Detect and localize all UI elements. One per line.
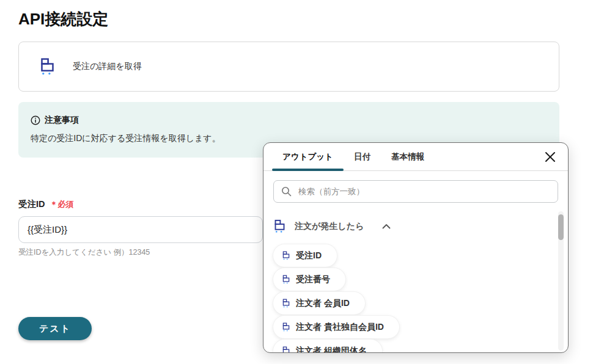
output-item[interactable]: 受注番号 (273, 268, 345, 291)
action-card-label: 受注の詳細を取得 (73, 61, 142, 72)
action-card[interactable]: 受注の詳細を取得 (18, 42, 559, 92)
page-title: API接続設定 (18, 9, 559, 30)
trigger-section-header[interactable]: 注文が発生したら (273, 219, 558, 233)
order-cart-icon (273, 219, 286, 233)
field-label: 受注ID (18, 198, 45, 210)
test-button[interactable]: テスト (18, 317, 92, 340)
order-cart-icon (282, 322, 290, 332)
info-icon (31, 115, 40, 125)
order-cart-icon (39, 57, 56, 76)
close-button[interactable] (541, 148, 559, 166)
panel-scrollbar-thumb[interactable] (558, 214, 564, 240)
panel-scrollbar[interactable] (558, 211, 564, 351)
required-badge: ＊必須 (50, 199, 74, 210)
panel-search (273, 180, 558, 203)
order-cart-icon (282, 346, 290, 353)
output-item[interactable]: 注文者 会員ID (273, 292, 365, 315)
close-icon (544, 151, 556, 163)
output-variables-panel: アウトプット 日付 基本情報 (263, 142, 569, 353)
panel-header: アウトプット 日付 基本情報 (263, 143, 568, 171)
notice-title: 注意事項 (45, 115, 79, 126)
order-id-input[interactable] (18, 216, 263, 243)
chevron-up-icon[interactable] (382, 224, 391, 229)
order-cart-icon (282, 299, 290, 308)
trigger-section-label: 注文が発生したら (295, 221, 364, 232)
tab-date[interactable]: 日付 (344, 143, 381, 170)
search-icon (281, 186, 292, 197)
panel-tabs: アウトプット 日付 基本情報 (272, 143, 435, 170)
tab-output[interactable]: アウトプット (272, 143, 344, 170)
output-item-list: 受注ID 受注番号 注文者 会員ID 注文者 貴社独自会員ID 注文者 組織団体… (273, 244, 558, 353)
tab-basic-info[interactable]: 基本情報 (381, 143, 435, 170)
output-item[interactable]: 注文者 組織団体名 (273, 340, 382, 353)
order-cart-icon (282, 251, 290, 260)
search-input[interactable] (297, 186, 550, 197)
output-item[interactable]: 注文者 貴社独自会員ID (273, 316, 399, 338)
output-item[interactable]: 受注ID (273, 244, 337, 267)
order-cart-icon (282, 275, 290, 284)
